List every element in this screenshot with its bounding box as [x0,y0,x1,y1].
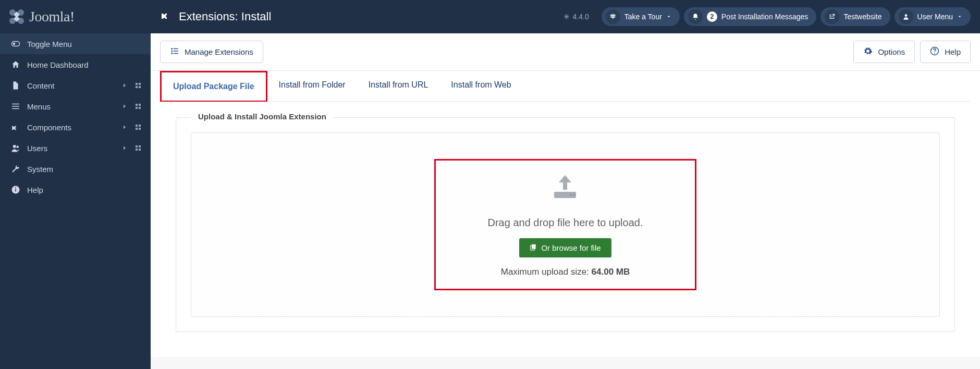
notification-badge: 2 [707,11,717,22]
sidebar-item-content[interactable]: Content [0,75,151,96]
svg-point-30 [904,14,907,17]
tab-install-folder[interactable]: Install from Folder [267,71,357,101]
list-icon [170,46,179,57]
user-menu-button[interactable]: User Menu [895,7,971,26]
svg-rect-15 [136,107,138,109]
svg-rect-25 [136,149,138,151]
question-icon [930,46,939,57]
brand-text: Joomla! [29,8,75,25]
info-icon [9,185,22,194]
svg-rect-32 [174,48,178,50]
drop-text: Drag and drop file here to upload. [488,217,643,229]
dashboard-icon[interactable] [135,123,141,132]
help-button[interactable]: Help [920,41,971,63]
gear-icon [863,46,873,57]
chevron-down-icon [957,13,962,21]
svg-rect-14 [139,104,141,106]
file-icon [9,81,22,90]
page-title-text: Extensions: Install [179,10,271,23]
svg-point-5 [13,43,16,45]
svg-rect-9 [139,86,141,88]
svg-rect-7 [139,83,141,85]
tab-install-web[interactable]: Install from Web [439,71,522,101]
svg-rect-42 [532,244,536,249]
sidebar-item-help[interactable]: Help [0,179,151,200]
puzzle-icon [160,9,173,24]
page-title: Extensions: Install [160,9,271,24]
external-link-icon [825,9,839,24]
toolbar: Manage Extensions Options Help [151,33,980,71]
chevron-right-icon [121,102,128,111]
svg-rect-11 [12,106,19,107]
toggle-icon [9,39,22,48]
chevron-down-icon [666,13,671,21]
svg-rect-13 [136,104,138,106]
nav-label: Home Dashboard [27,60,141,69]
nav-label: Menus [27,102,117,111]
bell-icon [688,9,703,24]
user-icon [899,9,913,24]
take-tour-button[interactable]: Take a Tour [602,7,680,26]
tab-install-url[interactable]: Install from URL [357,71,440,101]
sidebar-item-menus[interactable]: Menus [0,96,151,117]
dashboard-icon[interactable] [135,102,141,111]
nav-label: Help [27,186,141,194]
svg-rect-8 [136,86,138,88]
joomla-icon [8,8,25,25]
nav-label: Content [27,81,117,90]
svg-point-31 [171,48,173,50]
svg-point-29 [15,187,16,188]
brand-logo[interactable]: Joomla! [0,0,151,33]
manage-extensions-button[interactable]: Manage Extensions [160,41,263,63]
svg-rect-10 [12,104,19,105]
dropzone[interactable]: Drag and drop file here to upload. Or br… [191,132,940,317]
content-area: Upload Package File Install from Folder … [151,71,980,357]
options-button[interactable]: Options [853,41,915,63]
svg-rect-36 [174,53,178,54]
nav-label: System [27,165,141,174]
chevron-right-icon [121,123,128,132]
svg-rect-23 [136,145,138,147]
sidebar: Joomla! Toggle Menu Home Dashboard Conte… [0,0,151,369]
svg-point-21 [13,145,16,148]
sidebar-item-home[interactable]: Home Dashboard [0,54,151,75]
tab-upload-package[interactable]: Upload Package File [160,71,267,102]
svg-rect-26 [139,149,141,151]
dashboard-icon[interactable] [135,81,141,90]
svg-rect-20 [139,128,141,130]
svg-rect-19 [136,128,138,130]
svg-point-33 [171,51,173,52]
browse-button[interactable]: Or browse for file [519,238,611,257]
joomla-small-icon: ✳ [564,13,570,21]
svg-rect-28 [15,189,16,192]
sidebar-item-users[interactable]: Users [0,138,151,158]
svg-rect-16 [139,107,141,109]
svg-rect-24 [139,145,141,147]
nav-label: Toggle Menu [27,40,141,48]
dashboard-icon[interactable] [135,144,141,153]
sidebar-item-components[interactable]: Components [0,117,151,138]
version-label: ✳ 4.4.0 [564,13,589,21]
svg-point-40 [570,194,572,196]
users-icon [9,143,22,153]
svg-rect-18 [139,125,141,127]
copy-icon [530,243,537,252]
svg-rect-12 [12,108,19,109]
svg-point-38 [934,53,935,54]
sidebar-item-system[interactable]: System [0,158,151,179]
drop-center-highlight: Drag and drop file here to upload. Or br… [434,159,697,290]
puzzle-icon [9,122,22,132]
svg-rect-17 [136,125,138,127]
nav-label: Users [27,144,117,153]
map-signs-icon [606,9,620,24]
svg-rect-39 [554,192,576,198]
home-icon [9,60,22,69]
post-install-button[interactable]: 2 Post Installation Messages [684,7,817,26]
chevron-right-icon [121,144,128,153]
site-link-button[interactable]: Testwebsite [820,7,890,26]
svg-point-35 [171,53,173,54]
svg-point-22 [17,146,19,149]
panel-title: Upload & Install Joomla Extension [191,112,334,121]
toggle-menu-button[interactable]: Toggle Menu [0,33,151,54]
svg-rect-34 [174,51,178,52]
